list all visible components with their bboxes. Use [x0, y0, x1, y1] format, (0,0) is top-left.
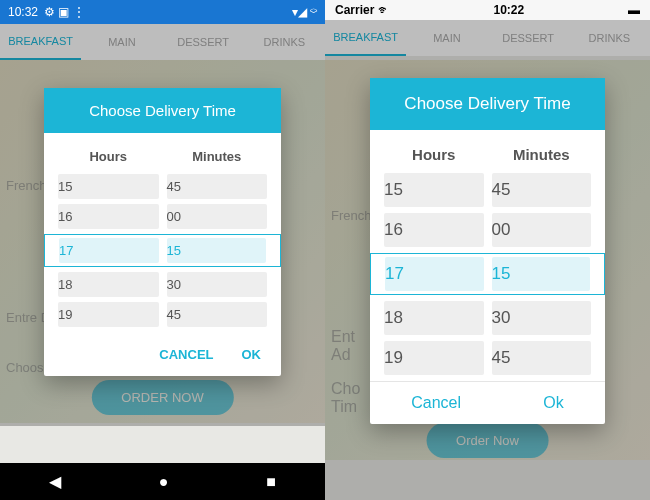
hour-option[interactable]: 15 [58, 174, 159, 199]
hour-selected[interactable]: 17 [59, 238, 159, 263]
ios-device: Carrier ᯤ 10:22 ▬ BREAKFAST MAIN DESSERT… [325, 0, 650, 500]
minute-option[interactable]: 30 [167, 272, 268, 297]
minute-option[interactable]: 00 [167, 204, 268, 229]
hour-option[interactable]: 16 [384, 213, 484, 247]
hour-option[interactable]: 18 [58, 272, 159, 297]
hours-column: Hours [54, 143, 163, 174]
hours-header: Hours [54, 143, 163, 174]
minutes-header: Minutes [488, 140, 596, 173]
hour-option[interactable]: 19 [384, 341, 484, 375]
minute-option[interactable]: 45 [492, 173, 592, 207]
cancel-button[interactable]: Cancel [411, 394, 461, 412]
picker-columns: Hours Minutes [44, 133, 281, 174]
minute-selected[interactable]: 15 [167, 238, 267, 263]
ok-button[interactable]: Ok [543, 394, 563, 412]
picker-rows[interactable]: 1545 1600 1715 1830 1945 [44, 174, 281, 333]
recent-icon[interactable]: ■ [266, 473, 276, 491]
ios-statusbar: Carrier ᯤ 10:22 ▬ [325, 0, 650, 20]
android-screen: 10:32 ⚙ ▣ ⋮ ▾◢ ⌔ BREAKFAST MAIN DESSERT … [0, 0, 325, 463]
cancel-button[interactable]: CANCEL [159, 347, 213, 362]
delivery-time-dialog: Choose Delivery Time Hours Minutes 1545 … [370, 78, 605, 424]
ok-button[interactable]: OK [242, 347, 262, 362]
statusbar-time: 10:22 [390, 3, 628, 17]
minute-option[interactable]: 45 [167, 302, 268, 327]
minutes-column: Minutes [163, 143, 272, 174]
statusbar-icons-right: ▾◢ ⌔ [292, 5, 317, 19]
statusbar-time: 10:32 [8, 5, 38, 19]
picker-columns: Hours Minutes [370, 130, 605, 173]
minutes-header: Minutes [163, 143, 272, 174]
selected-row[interactable]: 1715 [370, 253, 605, 295]
back-icon[interactable]: ◀ [49, 472, 61, 491]
delivery-time-dialog: Choose Delivery Time Hours Minutes 1545 … [44, 88, 281, 376]
dialog-actions: Cancel Ok [370, 381, 605, 424]
minute-selected[interactable]: 15 [492, 257, 591, 291]
hour-option[interactable]: 19 [58, 302, 159, 327]
minute-option[interactable]: 30 [492, 301, 592, 335]
hours-header: Hours [380, 140, 488, 173]
android-navbar: ◀ ● ■ [0, 463, 325, 500]
ios-screen: Carrier ᯤ 10:22 ▬ BREAKFAST MAIN DESSERT… [325, 0, 650, 500]
home-icon[interactable]: ● [159, 473, 169, 491]
dialog-title: Choose Delivery Time [44, 88, 281, 133]
hour-option[interactable]: 18 [384, 301, 484, 335]
android-device: 10:32 ⚙ ▣ ⋮ ▾◢ ⌔ BREAKFAST MAIN DESSERT … [0, 0, 325, 500]
carrier-label: Carrier ᯤ [335, 3, 390, 17]
minute-option[interactable]: 45 [492, 341, 592, 375]
minute-option[interactable]: 45 [167, 174, 268, 199]
minute-option[interactable]: 00 [492, 213, 592, 247]
hour-option[interactable]: 15 [384, 173, 484, 207]
statusbar-icons-left: ⚙ ▣ ⋮ [44, 5, 85, 19]
selected-row[interactable]: 1715 [44, 234, 281, 267]
dialog-title: Choose Delivery Time [370, 78, 605, 130]
dialog-actions: CANCEL OK [44, 333, 281, 376]
hour-option[interactable]: 16 [58, 204, 159, 229]
picker-rows[interactable]: 1545 1600 1715 1830 1945 [370, 173, 605, 381]
android-statusbar: 10:32 ⚙ ▣ ⋮ ▾◢ ⌔ [0, 0, 325, 24]
battery-icon: ▬ [628, 3, 640, 17]
hour-selected[interactable]: 17 [385, 257, 484, 291]
